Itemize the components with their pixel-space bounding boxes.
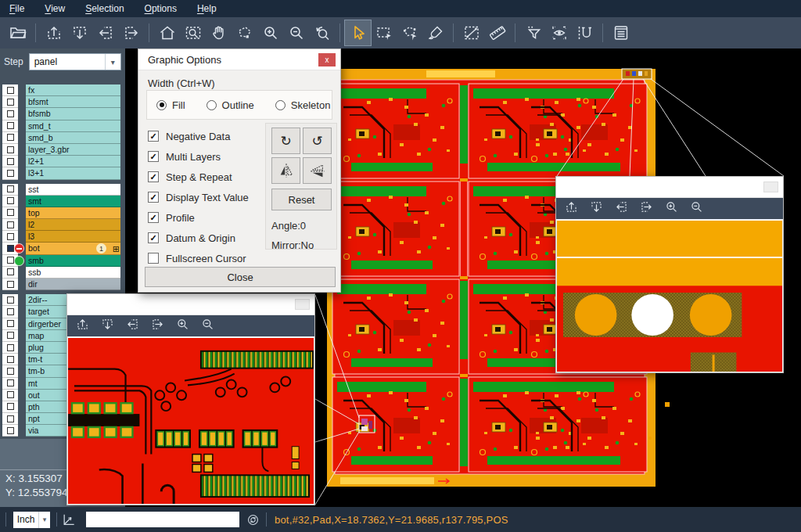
mirror-horizontal-button[interactable] xyxy=(271,157,300,184)
layer-name[interactable]: sst xyxy=(26,184,120,196)
layer-row[interactable]: top xyxy=(0,207,125,219)
layer-visibility-checkbox[interactable] xyxy=(7,415,14,422)
layer-visibility-cell[interactable] xyxy=(2,96,18,108)
pan-up-button[interactable] xyxy=(75,317,90,335)
layer-visibility-checkbox[interactable] xyxy=(7,185,14,192)
layer-row[interactable]: bot 1 ⊞ xyxy=(0,243,125,254)
layer-row[interactable]: smd_b xyxy=(0,132,125,144)
layer-row[interactable]: dir xyxy=(0,279,125,290)
menu-item[interactable]: Selection xyxy=(85,3,124,14)
layer-visibility-checkbox[interactable] xyxy=(7,122,14,129)
layer-visibility-checkbox[interactable] xyxy=(7,268,14,275)
checkbox[interactable]: ✓ xyxy=(148,151,159,162)
layer-visibility-checkbox[interactable] xyxy=(7,332,14,339)
command-input[interactable] xyxy=(86,512,239,527)
window-button[interactable] xyxy=(763,182,778,192)
rotate-cw-button[interactable]: ↻ xyxy=(271,128,300,154)
layer-visibility-cell[interactable] xyxy=(2,132,18,144)
zoom-window-button[interactable] xyxy=(180,20,206,45)
layer-visibility-checkbox[interactable] xyxy=(7,320,14,327)
select-tool-button[interactable] xyxy=(345,20,371,45)
zoom-object-button[interactable] xyxy=(232,20,257,45)
layer-name[interactable]: l3 xyxy=(26,231,120,243)
layer-row[interactable]: l2+1 xyxy=(0,156,125,167)
layer-visibility-checkbox[interactable] xyxy=(7,170,14,177)
pan-up-button[interactable] xyxy=(564,200,579,217)
layer-name[interactable]: fx xyxy=(26,84,120,96)
layer-row[interactable]: sst xyxy=(0,184,125,196)
layer-visibility-checkbox[interactable] xyxy=(7,427,14,434)
unit-dropdown[interactable]: Inch ▾ xyxy=(13,512,50,528)
radio-circle[interactable] xyxy=(207,100,217,110)
refresh-button[interactable] xyxy=(239,512,266,527)
layer-visibility-cell[interactable] xyxy=(2,318,18,330)
layer-row[interactable]: bfsmt xyxy=(0,96,125,108)
layer-visibility-cell[interactable] xyxy=(2,342,18,354)
checkbox[interactable]: ✓ xyxy=(148,232,159,243)
display-option[interactable]: Fullscreen Cursor xyxy=(148,248,249,268)
layer-visibility-checkbox[interactable] xyxy=(7,344,14,351)
pan-up-button[interactable] xyxy=(41,20,66,45)
menu-item[interactable]: File xyxy=(9,3,24,14)
layer-visibility-checkbox[interactable] xyxy=(7,356,14,363)
layer-row[interactable]: fx xyxy=(0,84,125,96)
layer-name[interactable]: l2+1 xyxy=(26,156,120,167)
zoom-home-button[interactable] xyxy=(154,20,180,45)
layer-row[interactable]: layer_3.gbr xyxy=(0,144,125,156)
display-option[interactable]: ✓ Step & Repeat xyxy=(148,167,249,187)
close-button[interactable]: Close xyxy=(145,267,336,287)
layer-visibility-cell[interactable] xyxy=(2,84,18,96)
layer-name[interactable]: ssb xyxy=(26,267,120,279)
layer-visibility-checkbox[interactable] xyxy=(7,281,14,288)
checkbox[interactable]: ✓ xyxy=(148,212,159,223)
layer-visibility-cell[interactable] xyxy=(2,413,18,425)
layer-visibility-checkbox[interactable] xyxy=(7,308,14,315)
polygon-select-button[interactable] xyxy=(397,20,422,45)
checkbox[interactable]: ✓ xyxy=(148,131,159,142)
display-option[interactable]: ✓ Profile xyxy=(148,207,249,228)
pan-right-button[interactable] xyxy=(639,200,654,217)
layer-visibility-checkbox[interactable] xyxy=(7,403,14,410)
layer-name[interactable]: top xyxy=(26,207,120,219)
detail-view-right[interactable] xyxy=(557,220,782,372)
layer-visibility-checkbox[interactable] xyxy=(7,110,14,117)
layer-row[interactable]: smt xyxy=(0,196,125,207)
layer-visibility-checkbox[interactable] xyxy=(7,391,14,398)
layer-row[interactable]: l2 xyxy=(0,219,125,231)
layer-name[interactable]: smd_t xyxy=(26,120,120,132)
pan-left-button[interactable] xyxy=(125,317,140,335)
layer-visibility-cell[interactable] xyxy=(2,156,18,167)
zoom-in-button[interactable] xyxy=(257,20,283,45)
layer-row[interactable]: l3+1 xyxy=(0,167,125,179)
layer-visibility-checkbox[interactable] xyxy=(7,379,14,386)
menu-item[interactable]: Help xyxy=(197,3,217,14)
origin-angle-button[interactable] xyxy=(57,512,81,527)
zoom-previous-button[interactable] xyxy=(309,20,335,45)
display-option[interactable]: ✓ Negative Data xyxy=(148,126,249,146)
layer-visibility-cell[interactable] xyxy=(2,425,18,437)
detail-window-title-bar[interactable] xyxy=(556,177,783,198)
detail-view-left[interactable] xyxy=(68,337,314,504)
layer-visibility-cell[interactable] xyxy=(2,267,18,279)
zoom-out-button[interactable] xyxy=(283,20,309,45)
pan-right-button[interactable] xyxy=(118,20,144,45)
layer-visibility-cell[interactable] xyxy=(2,330,18,342)
rotate-ccw-button[interactable]: ↺ xyxy=(303,128,332,154)
display-option[interactable]: ✓ Datum & Origin xyxy=(148,228,249,248)
layer-visibility-cell[interactable] xyxy=(2,390,18,401)
radio-circle[interactable] xyxy=(156,100,167,110)
fill-mode-radio[interactable]: Fill xyxy=(156,99,185,111)
layer-name[interactable]: l3+1 xyxy=(26,167,120,179)
layer-visibility-checkbox[interactable] xyxy=(7,257,14,264)
layer-visibility-cell[interactable] xyxy=(2,196,18,207)
layer-row[interactable]: bfsmb xyxy=(0,108,125,120)
layer-name[interactable]: layer_3.gbr xyxy=(26,144,120,156)
rectangle-select-button[interactable] xyxy=(371,20,397,45)
layer-name[interactable]: dir xyxy=(26,279,120,290)
pan-right-button[interactable] xyxy=(150,317,165,335)
layer-visibility-cell[interactable] xyxy=(2,354,18,365)
snap-button[interactable] xyxy=(572,20,598,45)
display-option[interactable]: ✓ Multi Layers xyxy=(148,146,249,167)
pan-left-button[interactable] xyxy=(92,20,118,45)
pan-left-button[interactable] xyxy=(614,200,629,217)
